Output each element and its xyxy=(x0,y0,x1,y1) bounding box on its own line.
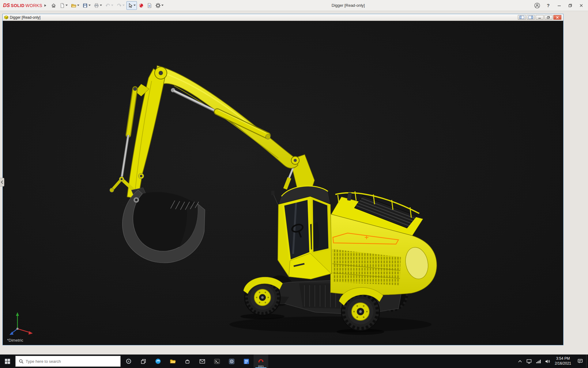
show-desktop-button[interactable] xyxy=(586,355,588,368)
edge-icon xyxy=(155,358,161,364)
app-close-button[interactable] xyxy=(576,0,587,11)
doc-restore-button[interactable] xyxy=(545,15,552,20)
home-icon xyxy=(51,3,56,8)
action-center-button[interactable] xyxy=(574,355,586,368)
open-button[interactable] xyxy=(70,1,81,10)
network-icon xyxy=(536,359,541,363)
account-button[interactable] xyxy=(532,0,543,11)
split-pane-left-button[interactable] xyxy=(518,15,526,20)
undo-button[interactable] xyxy=(104,1,115,10)
3d-scene[interactable] xyxy=(3,21,563,345)
system-tray: 3:54 PM 2/16/2021 xyxy=(515,355,588,368)
command-prompt-icon xyxy=(214,359,220,364)
action-center-icon xyxy=(578,359,583,364)
document-titlebar[interactable]: Digger [Read-only] xyxy=(3,14,563,21)
print-button[interactable] xyxy=(92,1,103,10)
feature-panel-collapse-tab[interactable] xyxy=(0,178,4,186)
taskbar-blue-app-button[interactable] xyxy=(239,355,254,368)
user-icon xyxy=(534,2,540,9)
clock-time: 3:54 PM xyxy=(555,356,571,361)
home-button[interactable] xyxy=(50,1,58,10)
new-document-icon xyxy=(59,3,65,8)
restore-icon xyxy=(568,3,572,8)
quick-access-toolbar xyxy=(50,1,165,10)
tray-expand-button[interactable] xyxy=(515,355,525,368)
clock-date: 2/16/2021 xyxy=(555,361,571,366)
cortana-icon xyxy=(126,358,131,364)
split-pane-right-button[interactable] xyxy=(527,15,535,20)
undo-icon xyxy=(105,3,111,8)
help-glyph: ? xyxy=(547,3,549,8)
app-minimize-button[interactable] xyxy=(554,0,565,11)
app-titlebar: DSSOLIDWORKS xyxy=(0,0,588,11)
taskbar-search[interactable] xyxy=(15,356,121,367)
taskbar-solidworks-button[interactable]: 2021 xyxy=(254,355,268,368)
cortana-button[interactable] xyxy=(121,355,136,368)
collapse-arrow-icon xyxy=(1,180,4,184)
toolbar-expand-icon[interactable] xyxy=(44,4,47,7)
redo-button[interactable] xyxy=(115,1,126,10)
search-input[interactable] xyxy=(26,359,117,364)
taskbar-file-explorer-button[interactable] xyxy=(165,355,180,368)
taskbar-store-button[interactable] xyxy=(180,355,195,368)
doc-close-button[interactable] xyxy=(553,15,561,20)
document-window-controls xyxy=(518,15,562,20)
3dexperience-button[interactable] xyxy=(138,1,145,10)
logo-ds-mark: DS xyxy=(3,3,10,8)
task-view-button[interactable] xyxy=(136,355,151,368)
close-icon xyxy=(579,3,583,8)
dropdown-arrow-icon[interactable] xyxy=(111,5,113,6)
mail-icon xyxy=(199,359,205,364)
store-icon xyxy=(185,358,190,364)
app-title: Digger [Read-only] xyxy=(165,3,532,8)
dropdown-arrow-icon[interactable] xyxy=(89,5,91,6)
dropdown-arrow-icon[interactable] xyxy=(66,5,68,6)
taskbar-clock[interactable]: 3:54 PM 2/16/2021 xyxy=(552,356,574,366)
monitor-icon xyxy=(526,359,532,364)
task-view-icon xyxy=(141,358,146,364)
file-properties-button[interactable] xyxy=(145,1,153,10)
doc-minimize-button[interactable] xyxy=(536,15,544,20)
taskbar-command-prompt-button[interactable] xyxy=(209,355,224,368)
dropdown-arrow-icon[interactable] xyxy=(77,5,79,6)
tray-monitor-button[interactable] xyxy=(525,355,534,368)
file-properties-icon xyxy=(147,3,152,8)
save-button[interactable] xyxy=(81,1,92,10)
close-icon xyxy=(556,16,559,19)
tray-network-button[interactable] xyxy=(534,355,543,368)
dropdown-arrow-icon[interactable] xyxy=(134,5,136,6)
redo-icon xyxy=(116,3,122,8)
dropdown-arrow-icon[interactable] xyxy=(161,5,164,6)
search-icon xyxy=(19,359,23,364)
dropdown-arrow-icon[interactable] xyxy=(123,5,125,6)
graphics-viewport[interactable]: *Dimetric xyxy=(3,21,563,345)
print-icon xyxy=(94,3,99,8)
minimize-icon xyxy=(538,16,541,19)
taskbar-edge-button[interactable] xyxy=(151,355,165,368)
app-restore-button[interactable] xyxy=(565,0,576,11)
tray-volume-button[interactable] xyxy=(543,355,552,368)
open-folder-icon xyxy=(71,3,77,8)
3dexperience-icon xyxy=(139,3,144,8)
part-document-icon xyxy=(4,15,9,20)
edrawings-icon xyxy=(229,358,235,364)
select-tool-button[interactable] xyxy=(126,1,137,10)
view-orientation-label: *Dimetric xyxy=(7,338,23,343)
file-explorer-icon xyxy=(170,358,176,364)
solidworks-logo: DSSOLIDWORKS xyxy=(1,3,44,8)
start-button[interactable] xyxy=(0,355,15,368)
taskbar: 2021 3:54 PM 2/16/2021 xyxy=(0,355,588,368)
chevron-up-icon xyxy=(518,359,522,363)
taskbar-edrawings-button[interactable] xyxy=(224,355,239,368)
dropdown-arrow-icon[interactable] xyxy=(100,5,102,6)
help-button[interactable]: ? xyxy=(543,0,554,11)
split-pane-right-icon xyxy=(528,16,533,19)
logo-solid: SOLID xyxy=(11,3,24,8)
taskbar-mail-button[interactable] xyxy=(195,355,209,368)
document-window: Digger [Read-only] xyxy=(2,14,564,345)
options-button[interactable] xyxy=(154,1,165,10)
split-pane-left-icon xyxy=(519,16,524,19)
new-document-button[interactable] xyxy=(58,1,69,10)
restore-icon xyxy=(547,16,550,19)
gear-icon xyxy=(155,3,161,8)
